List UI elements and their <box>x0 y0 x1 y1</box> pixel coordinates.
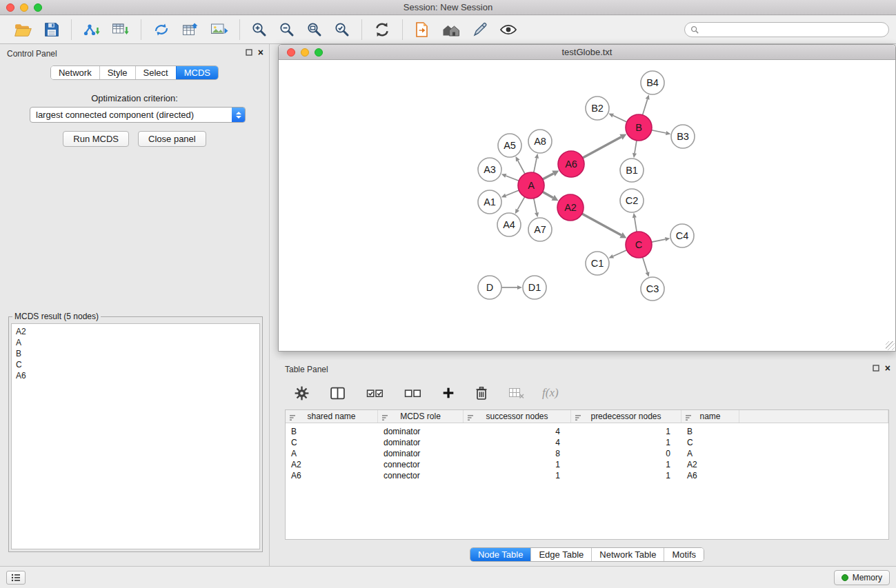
graph-edge-A2-C[interactable] <box>582 214 627 238</box>
column-header-mcds-role[interactable]: MCDS role <box>378 410 464 423</box>
table-row[interactable]: Adominator80A <box>286 448 888 459</box>
home-button[interactable] <box>439 20 464 39</box>
graph-edge-A-A4[interactable] <box>515 197 525 214</box>
delete-table-button[interactable] <box>506 385 527 401</box>
annotation-pen-button[interactable] <box>469 20 491 39</box>
import-network-button[interactable] <box>80 20 103 39</box>
graph-edge-C-C3[interactable] <box>643 257 650 277</box>
graph-node-C1[interactable]: C1 <box>586 252 609 275</box>
table-tab-network-table[interactable]: Network Table <box>591 548 664 561</box>
function-builder-button[interactable]: f(x) <box>539 386 559 400</box>
graph-node-C3[interactable]: C3 <box>641 277 664 301</box>
float-panel-icon[interactable] <box>246 49 252 56</box>
graph-node-A8[interactable]: A8 <box>528 130 552 153</box>
graph-edge-B-B2[interactable] <box>608 114 626 122</box>
deselect-all-button[interactable] <box>401 386 424 401</box>
tab-mcds[interactable]: MCDS <box>176 66 218 79</box>
column-header-predecessor-nodes[interactable]: predecessor nodes <box>571 410 681 423</box>
graph-node-B[interactable]: B <box>626 114 652 141</box>
graph-node-A[interactable]: A <box>518 172 544 199</box>
graph-node-C[interactable]: C <box>626 232 652 258</box>
graph-edge-D-D1[interactable] <box>501 285 522 290</box>
graph-edge-A6-B[interactable] <box>583 134 627 158</box>
graph-edge-C-C4[interactable] <box>652 237 670 242</box>
table-row[interactable]: A2connector11A2 <box>286 459 888 470</box>
column-header-successor-nodes[interactable]: successor nodes <box>464 410 571 423</box>
zoom-in-button[interactable] <box>248 20 270 39</box>
refresh-layout-button[interactable] <box>370 19 394 40</box>
graph-edge-C-C2[interactable] <box>633 213 637 232</box>
graph-edge-A-A5[interactable] <box>515 156 525 174</box>
network-window-titlebar[interactable]: testGlobe.txt <box>279 45 895 60</box>
minimize-window-button[interactable] <box>20 3 28 12</box>
network-zoom-button[interactable] <box>315 48 323 57</box>
column-header-shared-name[interactable]: shared name <box>286 410 378 423</box>
resize-grip[interactable] <box>886 341 895 350</box>
zoom-window-button[interactable] <box>34 3 42 12</box>
graph-node-A6[interactable]: A6 <box>558 151 584 177</box>
export-table-button[interactable] <box>179 20 202 39</box>
search-field[interactable] <box>684 22 889 37</box>
graph-edge-A-A3[interactable] <box>501 174 519 181</box>
mcds-result-item[interactable]: A6 <box>16 370 255 381</box>
export-document-button[interactable] <box>411 20 433 39</box>
graph-edge-A-A2[interactable] <box>543 192 559 201</box>
column-header-name[interactable]: name <box>681 410 739 423</box>
show-panel-list-button[interactable] <box>6 571 26 585</box>
import-table-button[interactable] <box>109 20 132 39</box>
add-column-button[interactable] <box>439 385 457 401</box>
graph-node-B3[interactable]: B3 <box>671 125 695 148</box>
graph-edge-B-B3[interactable] <box>652 130 671 135</box>
network-minimize-button[interactable] <box>301 48 309 57</box>
graph-edge-A-A7[interactable] <box>534 199 539 218</box>
tab-network[interactable]: Network <box>51 66 99 79</box>
graph-node-A7[interactable]: A7 <box>528 218 552 241</box>
graph-node-A4[interactable]: A4 <box>497 213 521 236</box>
tab-select[interactable]: Select <box>135 66 176 79</box>
graph-edge-B-B1[interactable] <box>633 141 637 158</box>
graph-node-D[interactable]: D <box>478 276 501 299</box>
node-table[interactable]: shared nameMCDS rolesuccessor nodesprede… <box>285 409 889 540</box>
export-image-button[interactable] <box>208 20 231 39</box>
mcds-result-item[interactable]: B <box>16 348 255 359</box>
criterion-dropdown[interactable]: largest connected component (directed) <box>30 107 246 123</box>
mcds-result-list[interactable]: A2ABCA6 <box>11 323 260 549</box>
mcds-result-item[interactable]: A <box>16 337 255 348</box>
table-tab-motifs[interactable]: Motifs <box>664 548 704 561</box>
settings-gear-button[interactable] <box>292 385 312 402</box>
memory-button[interactable]: Memory <box>834 570 890 585</box>
graph-edge-C-C1[interactable] <box>608 250 626 258</box>
graph-node-C4[interactable]: C4 <box>670 224 694 247</box>
mcds-result-item[interactable]: C <box>16 359 255 370</box>
graph-edge-B-B4[interactable] <box>643 94 650 115</box>
table-tab-edge-table[interactable]: Edge Table <box>530 548 591 561</box>
table-row[interactable]: A6connector11A6 <box>286 470 888 481</box>
graph-node-A2[interactable]: A2 <box>557 194 584 221</box>
table-row[interactable]: Bdominator41B <box>286 426 888 437</box>
graph-node-B1[interactable]: B1 <box>620 159 644 182</box>
graph-node-D1[interactable]: D1 <box>523 276 546 299</box>
close-window-button[interactable] <box>6 3 14 12</box>
close-table-panel-icon[interactable]: × <box>885 364 890 372</box>
select-all-button[interactable] <box>364 386 386 401</box>
graph-node-C2[interactable]: C2 <box>620 189 644 212</box>
show-columns-button[interactable] <box>327 385 348 402</box>
close-panel-icon[interactable]: × <box>258 48 263 57</box>
network-canvas[interactable]: B4B2BB3A8A5A6B1A3AC2A1A2A4A7C4CC1C3DD1 <box>279 60 895 351</box>
graph-node-B4[interactable]: B4 <box>641 71 664 94</box>
search-input[interactable] <box>703 25 883 34</box>
table-row[interactable]: Cdominator41C <box>286 437 888 448</box>
show-details-eye-button[interactable] <box>497 22 520 37</box>
graph-edge-A-A1[interactable] <box>501 190 519 198</box>
mcds-result-item[interactable]: A2 <box>16 326 255 337</box>
close-panel-button[interactable]: Close panel <box>138 131 206 147</box>
graph-node-B2[interactable]: B2 <box>586 97 609 120</box>
graph-edge-A-A6[interactable] <box>543 170 559 179</box>
zoom-out-button[interactable] <box>276 20 298 39</box>
run-mcds-button[interactable]: Run MCDS <box>63 131 129 147</box>
network-close-button[interactable] <box>287 48 295 57</box>
zoom-fit-button[interactable] <box>303 20 326 39</box>
tab-style[interactable]: Style <box>99 66 135 79</box>
table-tab-node-table[interactable]: Node Table <box>470 548 531 561</box>
graph-node-A3[interactable]: A3 <box>478 158 501 181</box>
